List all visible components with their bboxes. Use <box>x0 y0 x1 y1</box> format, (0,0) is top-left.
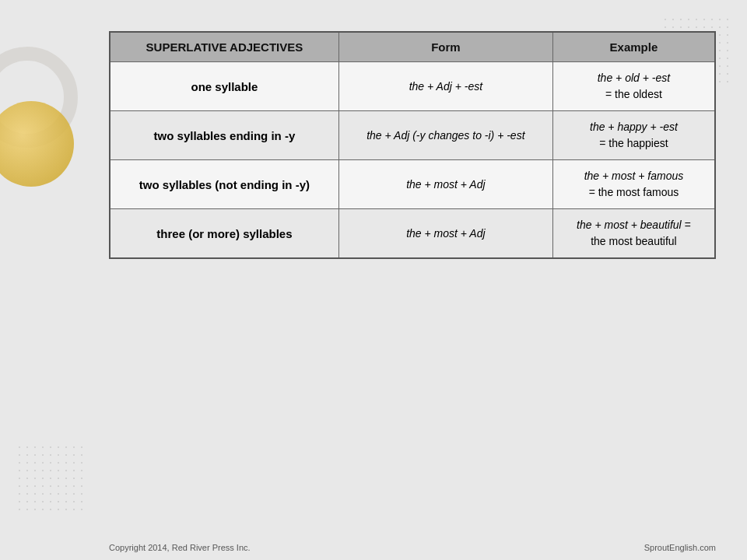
example-two-syllables-y: the + happy + -est = the happiest <box>552 111 715 160</box>
adjective-one-syllable: one syllable <box>110 62 338 111</box>
example-one-syllable-line2: = the oldest <box>605 88 662 100</box>
form-two-syllables-y: the + Adj (-y changes to -i) + -est <box>338 111 552 160</box>
example-three-syllables: the + most + beautiful = the most beauti… <box>552 209 715 259</box>
example-one-syllable-line1: the + old + -est <box>598 72 670 84</box>
header-superlative-adjectives: SUPERLATIVE ADJECTIVES <box>110 32 338 62</box>
form-three-syllables: the + most + Adj <box>338 209 552 259</box>
header-example: Example <box>552 32 715 62</box>
table-row: one syllable the + Adj + -est the + old … <box>110 62 715 111</box>
table-row: three (or more) syllables the + most + A… <box>110 209 715 259</box>
bg-dots-bottom-left <box>16 443 86 513</box>
adjective-two-syllables-not-y: two syllables (not ending in -y) <box>110 160 338 209</box>
example-three-syllables-line2: the most beautiful <box>591 235 677 247</box>
example-two-syllables-not-y: the + most + famous = the most famous <box>552 160 715 209</box>
example-two-syllables-y-line1: the + happy + -est <box>590 121 678 133</box>
example-two-syllables-not-y-line2: = the most famous <box>589 186 679 198</box>
example-one-syllable: the + old + -est = the oldest <box>552 62 715 111</box>
adjective-three-syllables: three (or more) syllables <box>110 209 338 259</box>
header-form: Form <box>338 32 552 62</box>
adjective-two-syllables-y: two syllables ending in -y <box>110 111 338 160</box>
example-two-syllables-not-y-line1: the + most + famous <box>584 170 684 182</box>
example-three-syllables-line1: the + most + beautiful = <box>577 219 691 231</box>
example-two-syllables-y-line2: = the happiest <box>599 137 668 149</box>
footer-website: SproutEnglish.com <box>644 543 716 552</box>
form-two-syllables-not-y: the + most + Adj <box>338 160 552 209</box>
table-row: two syllables ending in -y the + Adj (-y… <box>110 111 715 160</box>
footer-copyright: Copyright 2014, Red River Press Inc. <box>109 543 251 552</box>
footer: Copyright 2014, Red River Press Inc. Spr… <box>109 543 716 552</box>
grammar-table: SUPERLATIVE ADJECTIVES Form Example one … <box>109 31 716 259</box>
main-container: SUPERLATIVE ADJECTIVES Form Example one … <box>109 31 716 513</box>
form-one-syllable: the + Adj + -est <box>338 62 552 111</box>
table-row: two syllables (not ending in -y) the + m… <box>110 160 715 209</box>
